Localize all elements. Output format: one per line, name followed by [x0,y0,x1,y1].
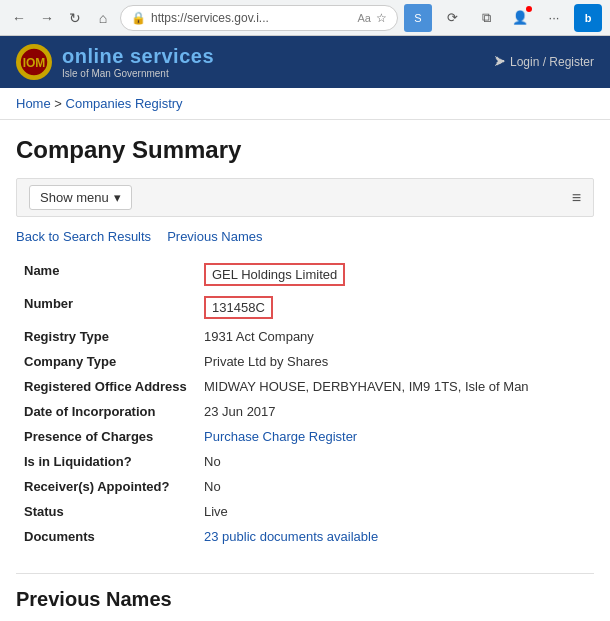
more-options-button[interactable]: ··· [540,4,568,32]
table-row: Company Type Private Ltd by Shares [16,349,594,374]
field-label: Status [16,499,196,524]
field-value: No [196,449,594,474]
nav-links: Back to Search Results Previous Names [16,229,594,244]
back-button[interactable]: ← [8,7,30,29]
field-label: Company Type [16,349,196,374]
login-label: Login / Register [510,55,594,69]
documents-link[interactable]: 23 public documents available [204,529,378,544]
lock-icon: 🔒 [131,11,146,25]
refresh-button[interactable]: ↻ [64,7,86,29]
show-menu-label: Show menu [40,190,109,205]
company-details-table: Name GEL Holdings Limited Number 131458C… [16,258,594,549]
forward-button[interactable]: → [36,7,58,29]
table-row: Registry Type 1931 Act Company [16,324,594,349]
field-value: No [196,474,594,499]
logo-title: online services [62,45,214,68]
logo-badge: IOM [16,44,52,80]
table-row: Number 131458C [16,291,594,324]
field-value: 1931 Act Company [196,324,594,349]
breadcrumb-home[interactable]: Home [16,96,51,111]
field-value: MIDWAY HOUSE, DERBYHAVEN, IM9 1TS, Isle … [196,374,594,399]
table-row: Receiver(s) Appointed? No [16,474,594,499]
site-header: IOM online services Isle of Man Governme… [0,36,610,88]
company-number-highlighted: 131458C [204,296,273,319]
field-label: Number [16,291,196,324]
home-button[interactable]: ⌂ [92,7,114,29]
page-title: Company Summary [16,136,594,164]
breadcrumb: Home > Companies Registry [0,88,610,120]
field-value: 131458C [196,291,594,324]
read-mode-icon: Aa [358,12,371,24]
bing-button[interactable]: b [574,4,602,32]
table-row: Name GEL Holdings Limited [16,258,594,291]
breadcrumb-companies-registry[interactable]: Companies Registry [66,96,183,111]
field-label: Receiver(s) Appointed? [16,474,196,499]
breadcrumb-separator: > [54,96,62,111]
field-label: Date of Incorporation [16,399,196,424]
previous-names-link[interactable]: Previous Names [167,229,262,244]
purchase-charge-link[interactable]: Purchase Charge Register [204,429,357,444]
reload-button[interactable]: ⟳ [438,4,466,32]
field-label: Name [16,258,196,291]
menu-bar: Show menu ▾ ≡ [16,178,594,217]
site-logo: IOM online services Isle of Man Governme… [16,44,214,80]
field-label: Registry Type [16,324,196,349]
url-text: https://services.gov.i... [151,11,353,25]
back-to-search-link[interactable]: Back to Search Results [16,229,151,244]
field-value: Live [196,499,594,524]
field-value: GEL Holdings Limited [196,258,594,291]
field-value: Private Ltd by Shares [196,349,594,374]
browser-toolbar: ← → ↻ ⌂ 🔒 https://services.gov.i... Aa ☆… [0,0,610,36]
split-view-button[interactable]: ⧉ [472,4,500,32]
address-bar[interactable]: 🔒 https://services.gov.i... Aa ☆ [120,5,398,31]
main-content: Company Summary Show menu ▾ ≡ Back to Se… [0,120,610,621]
field-value: 23 Jun 2017 [196,399,594,424]
login-icon: ⮞ [494,55,506,69]
profile-button[interactable]: 👤 [506,4,534,32]
field-value: 23 public documents available [196,524,594,549]
previous-names-section-title: Previous Names [16,573,594,611]
extension-button[interactable]: S [404,4,432,32]
dropdown-icon: ▾ [114,190,121,205]
table-row: Status Live [16,499,594,524]
login-link[interactable]: ⮞ Login / Register [494,55,594,69]
field-value: Purchase Charge Register [196,424,594,449]
field-label: Registered Office Address [16,374,196,399]
svg-text:IOM: IOM [23,56,46,70]
table-row: Documents 23 public documents available [16,524,594,549]
company-name-highlighted: GEL Holdings Limited [204,263,345,286]
field-label: Presence of Charges [16,424,196,449]
table-row: Presence of Charges Purchase Charge Regi… [16,424,594,449]
table-row: Date of Incorporation 23 Jun 2017 [16,399,594,424]
table-row: Is in Liquidation? No [16,449,594,474]
table-row: Registered Office Address MIDWAY HOUSE, … [16,374,594,399]
hamburger-icon: ≡ [572,189,581,207]
show-menu-button[interactable]: Show menu ▾ [29,185,132,210]
field-label: Is in Liquidation? [16,449,196,474]
logo-text-group: online services Isle of Man Government [62,45,214,79]
bookmark-icon: ☆ [376,11,387,25]
logo-subtitle: Isle of Man Government [62,68,214,79]
field-label: Documents [16,524,196,549]
